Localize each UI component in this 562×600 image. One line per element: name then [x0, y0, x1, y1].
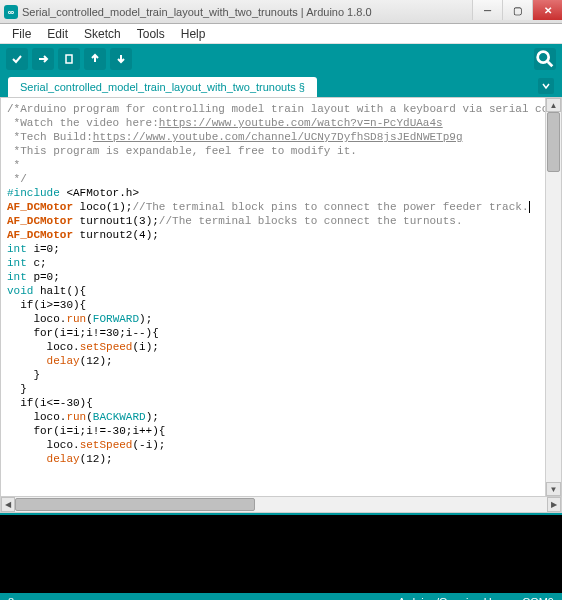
- tab-main-sketch[interactable]: Serial_controlled_model_train_layout_wit…: [8, 77, 317, 97]
- code-text: c;: [27, 257, 47, 269]
- code-func: run: [66, 411, 86, 423]
- code-text: }: [7, 369, 40, 381]
- code-comment: *This program is expandable, feel free t…: [7, 145, 357, 157]
- code-keyword: int: [7, 271, 27, 283]
- code-comment: *Watch the video here:: [7, 117, 159, 129]
- code-text: loco.: [7, 313, 66, 325]
- code-comment: *Tech Build:: [7, 131, 93, 143]
- status-board-info: Arduino/Genuino Uno on COM9: [398, 596, 554, 600]
- open-button[interactable]: [84, 48, 106, 70]
- code-text: loco.: [7, 341, 80, 353]
- scroll-thumb-vertical[interactable]: [547, 112, 560, 172]
- text-cursor: [529, 201, 530, 213]
- verify-button[interactable]: [6, 48, 28, 70]
- code-keyword: #include: [7, 187, 60, 199]
- code-const: BACKWARD: [93, 411, 146, 423]
- code-text: (i);: [132, 341, 158, 353]
- code-text: (12);: [80, 355, 113, 367]
- tab-menu-button[interactable]: [538, 78, 554, 94]
- code-func: delay: [47, 355, 80, 367]
- status-line-number: 8: [8, 596, 14, 600]
- code-comment: *: [7, 159, 20, 171]
- menu-sketch[interactable]: Sketch: [76, 25, 129, 43]
- code-comment: //The terminal block pins to connect the…: [132, 201, 528, 213]
- code-text: loco.: [7, 411, 66, 423]
- svg-point-1: [538, 52, 549, 63]
- new-button[interactable]: [58, 48, 80, 70]
- code-text: turnout2(4);: [73, 229, 159, 241]
- tab-area: Serial_controlled_model_train_layout_wit…: [0, 74, 562, 97]
- scroll-down-button[interactable]: ▼: [546, 482, 561, 496]
- code-text: );: [139, 313, 152, 325]
- code-comment: */: [7, 173, 27, 185]
- code-link[interactable]: https://www.youtube.com/watch?v=n-PcYdUA…: [159, 117, 443, 129]
- code-text: (: [86, 411, 93, 423]
- code-editor[interactable]: /*Arduino program for controlling model …: [1, 98, 545, 496]
- toolbar: [0, 44, 562, 74]
- code-text: for(i=i;i!=-30;i++){: [7, 425, 165, 437]
- output-console[interactable]: [0, 513, 562, 593]
- code-text: (: [86, 313, 93, 325]
- code-func: setSpeed: [80, 341, 133, 353]
- code-keyword: int: [7, 243, 27, 255]
- minimize-button[interactable]: ─: [472, 0, 502, 20]
- code-text: p=0;: [27, 271, 60, 283]
- code-text: (-i);: [132, 439, 165, 451]
- code-comment: //The terminal blocks to connect the tur…: [159, 215, 463, 227]
- code-text: [7, 355, 47, 367]
- save-button[interactable]: [110, 48, 132, 70]
- scroll-left-button[interactable]: ◀: [1, 497, 15, 512]
- menu-edit[interactable]: Edit: [39, 25, 76, 43]
- scroll-up-button[interactable]: ▲: [546, 98, 561, 112]
- scroll-track-horizontal[interactable]: [15, 497, 547, 512]
- scroll-thumb-horizontal[interactable]: [15, 498, 255, 511]
- code-text: i=0;: [27, 243, 60, 255]
- arduino-app-icon: ∞: [4, 5, 18, 19]
- code-editor-area: /*Arduino program for controlling model …: [0, 97, 562, 497]
- code-text: loco(1);: [73, 201, 132, 213]
- code-func: setSpeed: [80, 439, 133, 451]
- code-text: );: [146, 411, 159, 423]
- menu-help[interactable]: Help: [173, 25, 214, 43]
- statusbar: 8 Arduino/Genuino Uno on COM9: [0, 593, 562, 600]
- code-func: run: [66, 313, 86, 325]
- code-text: <AFMotor.h>: [60, 187, 139, 199]
- code-text: if(i>=30){: [7, 299, 86, 311]
- code-text: loco.: [7, 439, 80, 451]
- menu-file[interactable]: File: [4, 25, 39, 43]
- code-type: AF_DCMotor: [7, 201, 73, 213]
- code-text: }: [7, 383, 27, 395]
- code-text: turnout1(3);: [73, 215, 159, 227]
- upload-button[interactable]: [32, 48, 54, 70]
- code-comment: /*Arduino program for controlling model …: [7, 103, 545, 115]
- serial-monitor-button[interactable]: [534, 48, 556, 70]
- horizontal-scrollbar[interactable]: ◀ ▶: [0, 497, 562, 513]
- code-link[interactable]: https://www.youtube.com/channel/UCNy7Dyf…: [93, 131, 463, 143]
- menubar: File Edit Sketch Tools Help: [0, 24, 562, 44]
- svg-rect-0: [66, 55, 72, 63]
- code-keyword: int: [7, 257, 27, 269]
- vertical-scrollbar[interactable]: ▲ ▼: [545, 98, 561, 496]
- code-text: for(i=i;i!=30;i--){: [7, 327, 159, 339]
- code-text: [7, 453, 47, 465]
- code-type: AF_DCMotor: [7, 215, 73, 227]
- code-func: delay: [47, 453, 80, 465]
- menu-tools[interactable]: Tools: [129, 25, 173, 43]
- code-type: AF_DCMotor: [7, 229, 73, 241]
- code-const: FORWARD: [93, 313, 139, 325]
- scroll-right-button[interactable]: ▶: [547, 497, 561, 512]
- code-text: halt(){: [33, 285, 86, 297]
- code-keyword: void: [7, 285, 33, 297]
- window-title: Serial_controlled_model_train_layout_wit…: [22, 6, 372, 18]
- maximize-button[interactable]: ▢: [502, 0, 532, 20]
- code-text: if(i<=-30){: [7, 397, 93, 409]
- code-text: (12);: [80, 453, 113, 465]
- window-titlebar: ∞ Serial_controlled_model_train_layout_w…: [0, 0, 562, 24]
- close-button[interactable]: ✕: [532, 0, 562, 20]
